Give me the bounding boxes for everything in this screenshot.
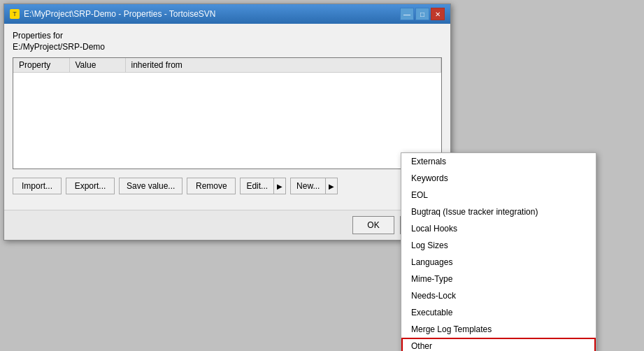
remove-button[interactable]: Remove xyxy=(187,178,236,194)
menu-item-needs-lock[interactable]: Needs-Lock xyxy=(401,287,596,304)
dialog-content: Properties for E:/MyProject/SRP-Demo Pro… xyxy=(4,24,450,210)
ok-button[interactable]: OK xyxy=(352,216,394,234)
export-button[interactable]: Export... xyxy=(66,178,115,194)
new-arrow-button[interactable]: ▶ xyxy=(326,178,338,194)
column-property: Property xyxy=(13,58,69,73)
menu-item-merge-log-templates[interactable]: Merge Log Templates xyxy=(401,321,596,338)
import-button[interactable]: Import... xyxy=(13,178,62,194)
window-controls: — □ ✕ xyxy=(400,8,445,20)
menu-item-eol[interactable]: EOL xyxy=(401,187,596,203)
window-title: E:\MyProject\SRP-Demo - Properties - Tor… xyxy=(24,9,216,19)
edit-button-group: Edit... ▶ xyxy=(240,178,286,194)
menu-item-bugtraq-issue-tracker-integration[interactable]: Bugtraq (Issue tracker integration) xyxy=(401,203,596,220)
title-bar-left: T E:\MyProject\SRP-Demo - Properties - T… xyxy=(10,9,216,19)
save-value-button[interactable]: Save value... xyxy=(119,178,183,194)
title-bar: T E:\MyProject\SRP-Demo - Properties - T… xyxy=(4,4,450,24)
app-icon: T xyxy=(10,9,20,19)
new-button[interactable]: New... xyxy=(290,178,326,194)
dropdown-menu: ExternalsKeywordsEOLBugtraq (Issue track… xyxy=(401,152,596,351)
column-value: Value xyxy=(69,58,125,73)
maximize-button[interactable]: □ xyxy=(415,8,429,20)
file-path-label: E:/MyProject/SRP-Demo xyxy=(13,42,442,52)
edit-button[interactable]: Edit... xyxy=(240,178,274,194)
dialog-footer: OK Help xyxy=(4,210,450,240)
menu-item-executable[interactable]: Executable xyxy=(401,304,596,321)
main-dialog: T E:\MyProject\SRP-Demo - Properties - T… xyxy=(3,3,451,241)
properties-table: Property Value inherited from xyxy=(13,58,441,73)
column-inherited: inherited from xyxy=(125,58,441,73)
new-button-group: New... ▶ xyxy=(290,178,338,194)
minimize-button[interactable]: — xyxy=(400,8,414,20)
menu-item-languages[interactable]: Languages xyxy=(401,254,596,271)
menu-item-local-hooks[interactable]: Local Hooks xyxy=(401,220,596,237)
button-row: Import... Export... Save value... Remove… xyxy=(13,178,442,194)
menu-item-other[interactable]: Other xyxy=(401,338,596,351)
close-button[interactable]: ✕ xyxy=(431,8,445,20)
menu-item-log-sizes[interactable]: Log Sizes xyxy=(401,237,596,254)
edit-arrow-button[interactable]: ▶ xyxy=(274,178,286,194)
menu-item-mime-type[interactable]: Mime-Type xyxy=(401,271,596,287)
properties-for-label: Properties for xyxy=(13,31,442,41)
menu-item-keywords[interactable]: Keywords xyxy=(401,170,596,187)
menu-item-externals[interactable]: Externals xyxy=(401,153,596,170)
properties-table-container: Property Value inherited from xyxy=(13,57,442,169)
